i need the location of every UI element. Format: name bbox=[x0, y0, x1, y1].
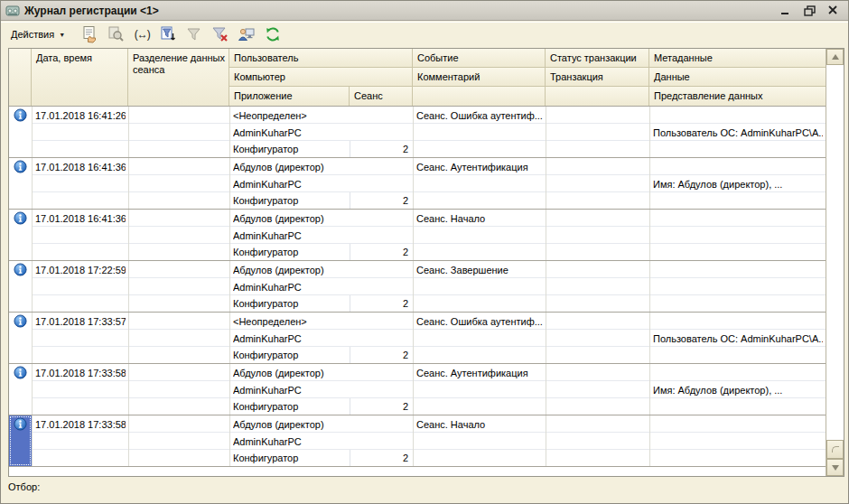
row-selector-cell[interactable] bbox=[9, 415, 32, 466]
title-bar: Журнал регистрации <1> bbox=[1, 1, 848, 21]
header-user[interactable]: Пользователь bbox=[229, 49, 413, 68]
column-divider bbox=[649, 210, 650, 260]
cell-event: Сеанс. Ошибка аутентиф... bbox=[416, 316, 544, 328]
header-data[interactable]: Данные bbox=[649, 68, 826, 87]
header-comment[interactable]: Комментарий bbox=[413, 68, 546, 87]
cell-session: 2 bbox=[351, 453, 408, 464]
subrow-divider bbox=[32, 346, 826, 347]
table-header: Дата, время Разделение данных сеанса Пол… bbox=[9, 49, 826, 107]
row-selector-cell[interactable] bbox=[9, 313, 32, 363]
column-divider bbox=[229, 158, 230, 209]
actions-menu-label: Действия bbox=[11, 29, 54, 40]
row-selector-cell[interactable] bbox=[9, 261, 32, 312]
header-session-split[interactable]: Разделение данных сеанса bbox=[128, 49, 229, 106]
find-button[interactable] bbox=[106, 24, 126, 44]
window-controls bbox=[779, 5, 840, 17]
column-divider bbox=[128, 415, 129, 466]
header-event[interactable]: Событие bbox=[413, 49, 546, 68]
row-selector-cell[interactable] bbox=[9, 210, 32, 260]
column-divider bbox=[413, 158, 414, 209]
refresh-icon bbox=[264, 25, 282, 43]
table-row[interactable]: 17.01.2018 17:33:57 <Неопределен> AdminK… bbox=[9, 313, 826, 364]
table-body: 17.01.2018 16:41:26 <Неопределен> AdminK… bbox=[9, 107, 826, 467]
user-sessions-button[interactable] bbox=[237, 24, 257, 44]
cell-data: Пользователь ОС: AdminKuharPC\А... bbox=[653, 127, 823, 139]
minimize-button[interactable] bbox=[779, 5, 793, 17]
header-session[interactable]: Сеанс bbox=[350, 87, 413, 106]
status-area: Отбор: bbox=[8, 481, 40, 492]
row-selector-cell[interactable] bbox=[9, 158, 32, 209]
header-event-empty bbox=[413, 87, 546, 106]
header-computer[interactable]: Компьютер bbox=[229, 68, 413, 87]
cell-application: Конфигуратор bbox=[233, 144, 347, 155]
session-column-divider bbox=[350, 295, 350, 312]
cell-datetime: 17.01.2018 17:33:57 bbox=[35, 316, 126, 328]
info-icon bbox=[14, 211, 27, 225]
table-row[interactable]: 17.01.2018 16:41:36 Абдулов (директор) A… bbox=[9, 210, 826, 261]
column-divider bbox=[546, 364, 546, 415]
cell-application: Конфигуратор bbox=[233, 453, 347, 464]
table-row[interactable]: 17.01.2018 16:41:36 Абдулов (директор) A… bbox=[9, 158, 826, 210]
header-icon-column[interactable] bbox=[9, 49, 32, 106]
session-column-divider bbox=[350, 347, 350, 363]
vertical-scrollbar[interactable] bbox=[826, 49, 844, 476]
column-divider bbox=[546, 313, 546, 363]
header-datetime[interactable]: Дата, время bbox=[32, 49, 128, 106]
cell-computer: AdminKuharPC bbox=[233, 179, 409, 191]
cell-data: Пользователь ОС: AdminKuharPC\А... bbox=[653, 333, 823, 345]
table-row[interactable]: 17.01.2018 17:33:58 Абдулов (директор) A… bbox=[9, 364, 826, 415]
subrow-divider bbox=[32, 191, 826, 192]
date-interval-button[interactable]: (↔) bbox=[132, 24, 152, 44]
header-data-presentation[interactable]: Представление данных bbox=[649, 87, 826, 106]
header-transaction[interactable]: Транзакция bbox=[546, 68, 649, 87]
cell-session: 2 bbox=[351, 195, 408, 207]
cell-user: <Неопределен> bbox=[233, 110, 409, 122]
refresh-button[interactable] bbox=[263, 24, 283, 44]
cell-computer: AdminKuharPC bbox=[233, 230, 409, 242]
column-divider bbox=[546, 415, 546, 466]
row-selector-cell[interactable] bbox=[9, 107, 32, 157]
scroll-up-button[interactable] bbox=[826, 49, 844, 65]
cell-application: Конфигуратор bbox=[233, 195, 347, 207]
subrow-divider bbox=[32, 449, 826, 450]
table-row[interactable]: 17.01.2018 16:41:26 <Неопределен> AdminK… bbox=[9, 107, 826, 158]
column-divider bbox=[128, 107, 129, 157]
scroll-down-button[interactable] bbox=[826, 459, 844, 476]
filter-disabled-button[interactable] bbox=[184, 24, 204, 44]
header-transaction-status[interactable]: Статус транзакции bbox=[546, 49, 649, 68]
cell-datetime: 17.01.2018 16:41:36 bbox=[35, 213, 126, 225]
column-divider bbox=[32, 261, 33, 312]
table-row[interactable]: 17.01.2018 17:22:59 Абдулов (директор) A… bbox=[9, 261, 826, 313]
header-application[interactable]: Приложение bbox=[229, 87, 350, 106]
column-divider bbox=[128, 364, 129, 415]
column-divider bbox=[128, 313, 129, 363]
view-event-button[interactable] bbox=[79, 24, 99, 44]
table-row[interactable]: 17.01.2018 17:33:58 Абдулов (директор) A… bbox=[9, 415, 826, 467]
cell-user: Абдулов (директор) bbox=[233, 213, 409, 225]
restore-button[interactable] bbox=[802, 5, 816, 17]
row-selector-cell[interactable] bbox=[9, 364, 32, 415]
session-column-divider bbox=[350, 192, 350, 209]
session-column-divider bbox=[350, 398, 350, 415]
log-table: Дата, время Разделение данных сеанса Пол… bbox=[8, 48, 844, 477]
column-divider bbox=[229, 313, 230, 363]
column-divider bbox=[546, 107, 546, 157]
column-divider bbox=[128, 158, 129, 209]
clear-filter-button[interactable] bbox=[210, 24, 230, 44]
column-divider bbox=[229, 364, 230, 415]
set-filter-button[interactable] bbox=[158, 24, 178, 44]
toolbar: Действия ▼ (↔) bbox=[1, 22, 848, 46]
cell-event: Сеанс. Аутентификация bbox=[416, 162, 544, 173]
cell-session: 2 bbox=[351, 350, 408, 361]
filter-label: Отбор: bbox=[8, 481, 40, 492]
subrow-divider bbox=[32, 174, 826, 175]
column-divider bbox=[229, 261, 230, 312]
cell-computer: AdminKuharPC bbox=[233, 436, 409, 448]
close-button[interactable] bbox=[826, 5, 840, 17]
date-interval-icon: (↔) bbox=[135, 28, 150, 41]
header-metadata[interactable]: Метаданные bbox=[649, 49, 826, 68]
actions-menu-button[interactable]: Действия ▼ bbox=[6, 25, 70, 43]
scrollbar-thumb[interactable] bbox=[826, 440, 844, 459]
cell-user: Абдулов (директор) bbox=[233, 419, 409, 431]
subrow-divider bbox=[32, 140, 826, 141]
